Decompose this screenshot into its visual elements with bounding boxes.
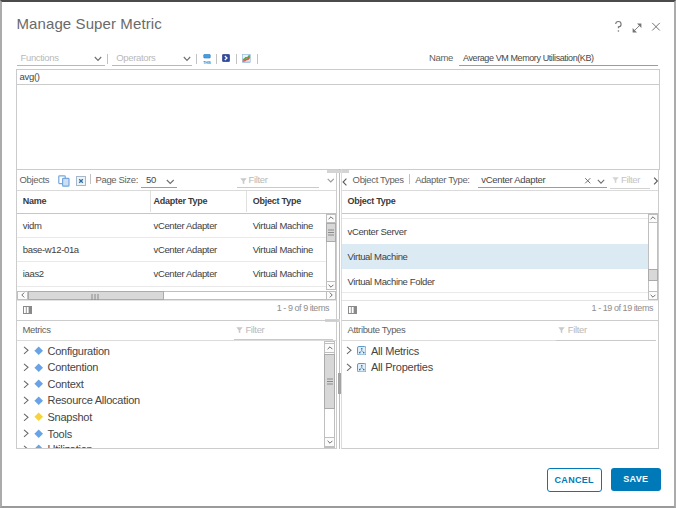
svg-text:THIS: THIS bbox=[203, 61, 211, 65]
